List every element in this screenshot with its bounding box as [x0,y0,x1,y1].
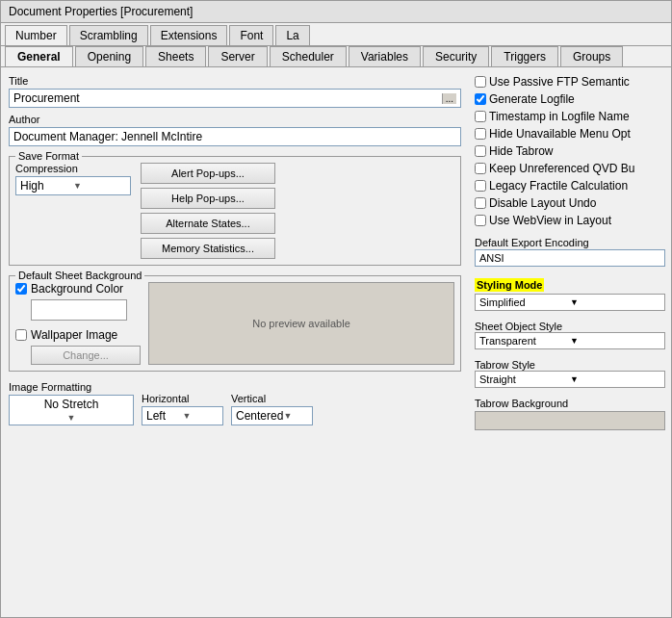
compression-label: Compression [15,163,131,174]
horizontal-value: Left [146,409,183,423]
vertical-value: Centered [236,409,283,423]
compression-select[interactable]: High ▼ [15,176,131,195]
tabrow-style-value: Straight [479,373,570,385]
preview-area: No preview available [148,282,454,365]
cb-legacy-fractile-input[interactable] [475,180,486,192]
encoding-section: Default Export Encoding [475,237,665,267]
tabrow-style-select[interactable]: Straight ▼ [475,371,665,388]
sheet-object-arrow-icon: ▼ [570,336,660,346]
img-fmt-select[interactable]: No Stretch ▼ [9,395,134,425]
styling-section: Styling Mode Simplified ▼ [475,278,665,311]
help-popups-button[interactable]: Help Pop-ups... [141,188,275,209]
styling-mode-label: Styling Mode [475,278,544,292]
alert-popups-button[interactable]: Alert Pop-ups... [141,163,275,184]
tab-outer-scrambling[interactable]: Scrambling [69,25,148,45]
save-format-legend: Save Format [15,150,82,162]
horizontal-arrow-icon: ▼ [183,411,220,421]
img-fmt-value: No Stretch [44,398,99,411]
tabrow-style-section: Tabrow Style Straight ▼ [475,359,665,388]
img-fmt-col: Image Formatting No Stretch ▼ [9,381,134,425]
tab-outer-extensions[interactable]: Extensions [150,25,228,45]
horizontal-col: Horizontal Left ▼ [142,393,223,425]
encoding-input[interactable] [475,249,665,267]
cb-keep-unreferenced-input[interactable] [475,163,486,174]
img-fmt-row: Image Formatting No Stretch ▼ Horizontal… [9,381,461,425]
change-button[interactable]: Change... [31,346,141,365]
cb-hide-tabrow-label: Hide Tabrow [489,144,553,158]
cb-legacy-fractile-label: Legacy Fractile Calculation [489,179,628,193]
bg-color-checkbox[interactable] [15,283,27,295]
image-formatting-section: Image Formatting No Stretch ▼ Horizontal… [9,381,461,425]
cb-disable-layout-input[interactable] [475,197,486,209]
wallpaper-row: Wallpaper Image [15,328,141,342]
cb-hide-tabrow-input[interactable] [475,145,486,157]
cb-webview: Use WebView in Layout [475,214,665,227]
left-panel: Title ... Author Save Format Compression [1,67,469,617]
cb-generate-logfile-label: Generate Logfile [489,92,575,106]
vertical-select[interactable]: Centered ▼ [231,406,313,425]
tab-security[interactable]: Security [423,46,489,66]
cb-passive-ftp: Use Passive FTP Semantic [475,75,665,89]
cb-disable-layout-label: Disable Layout Undo [489,196,596,210]
tabrow-style-arrow-icon: ▼ [570,374,660,384]
title-field-group: Title ... [9,75,461,108]
tab-groups[interactable]: Groups [560,46,623,66]
wallpaper-label: Wallpaper Image [31,328,117,342]
alternate-states-button[interactable]: Alternate States... [141,213,275,234]
compression-arrow-icon: ▼ [73,181,126,191]
bg-color-label: Background Color [31,282,123,296]
img-fmt-label: Image Formatting [9,381,134,393]
styling-mode-select[interactable]: Simplified ▼ [475,294,665,311]
vertical-arrow-icon: ▼ [283,411,308,421]
memory-statistics-button[interactable]: Memory Statistics... [141,238,275,259]
cb-keep-unreferenced-label: Keep Unreferenced QVD Bu [489,162,634,175]
inner-tab-row: General Opening Sheets Server Scheduler … [1,46,671,67]
sheet-object-select[interactable]: Transparent ▼ [475,332,665,349]
author-field-group: Author [9,114,461,146]
cb-hide-unavailable-input[interactable] [475,128,486,140]
cb-passive-ftp-label: Use Passive FTP Semantic [489,75,630,89]
horizontal-label: Horizontal [142,393,223,404]
save-format-box: Save Format Compression High ▼ Alert Pop… [9,156,461,266]
wallpaper-checkbox[interactable] [15,329,27,341]
cb-passive-ftp-input[interactable] [475,76,486,88]
author-input[interactable] [13,130,456,143]
tab-outer-la[interactable]: La [275,25,309,45]
tabrow-style-label: Tabrow Style [475,359,665,371]
tab-server[interactable]: Server [208,46,267,66]
title-bar: Document Properties [Procurement] [1,1,671,23]
styling-mode-value: Simplified [479,296,570,308]
bg-color-row: Background Color [15,282,141,296]
window-title: Document Properties [Procurement] [9,5,193,18]
bg-controls: Background Color Wallpaper Image Change.… [15,282,141,365]
tab-scheduler[interactable]: Scheduler [270,46,347,66]
color-preview [31,299,127,321]
sheet-object-label: Sheet Object Style [475,321,665,332]
tab-triggers[interactable]: Triggers [491,46,558,66]
tab-variables[interactable]: Variables [349,46,421,66]
tab-outer-number[interactable]: Number [5,25,67,45]
title-input[interactable] [13,91,442,105]
tabrow-bg-preview [475,411,665,430]
main-window: Document Properties [Procurement] Number… [0,0,672,618]
styling-mode-arrow-icon: ▼ [570,297,660,307]
title-ellipsis-button[interactable]: ... [442,93,456,104]
tabrow-bg-label: Tabrow Background [475,398,665,409]
tab-general[interactable]: General [5,46,73,66]
cb-generate-logfile-input[interactable] [475,93,486,105]
vertical-label: Vertical [231,393,313,404]
cb-webview-input[interactable] [475,215,486,226]
outer-tab-row: Number Scrambling Extensions Font La [1,23,671,46]
horizontal-select[interactable]: Left ▼ [142,406,223,425]
sheet-object-section: Sheet Object Style Transparent ▼ [475,321,665,349]
cb-timestamp: Timestamp in Logfile Name [475,110,665,123]
cb-timestamp-input[interactable] [475,111,486,122]
cb-hide-unavailable: Hide Unavailable Menu Opt [475,127,665,141]
content-area: Title ... Author Save Format Compression [1,67,671,617]
tab-sheets[interactable]: Sheets [145,46,206,66]
bg-inner: Background Color Wallpaper Image Change.… [15,282,454,365]
encoding-label: Default Export Encoding [475,237,665,248]
tab-opening[interactable]: Opening [75,46,143,66]
preview-text: No preview available [252,318,350,329]
tab-outer-font[interactable]: Font [229,25,273,45]
